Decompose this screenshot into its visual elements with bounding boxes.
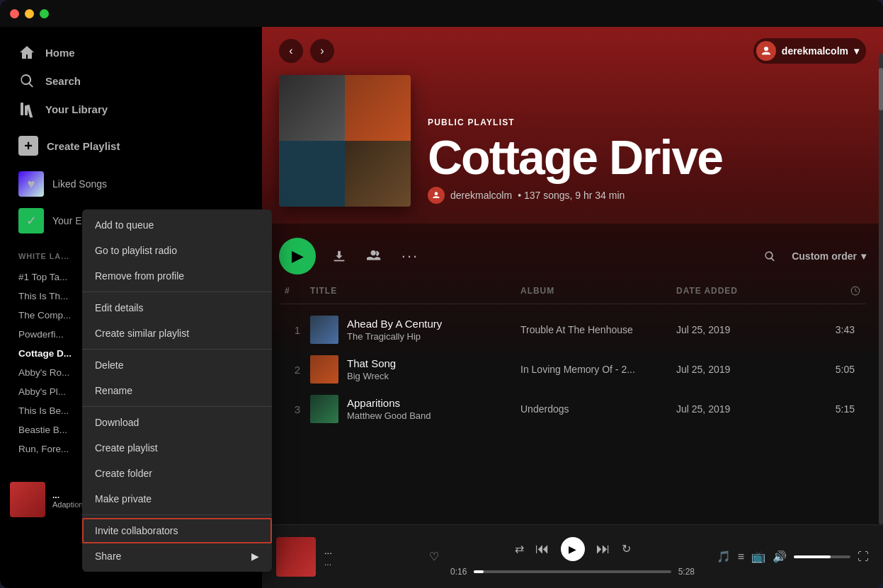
playlist-stats: • 137 songs, 9 hr 34 min bbox=[518, 190, 625, 201]
mini-album-art bbox=[10, 482, 45, 517]
forward-button[interactable]: › bbox=[310, 39, 334, 63]
track-num-3: 3 bbox=[285, 403, 310, 415]
connect-device-icon[interactable]: 📺 bbox=[751, 550, 765, 563]
more-options-button[interactable]: ··· bbox=[398, 244, 422, 268]
library-label: Your Library bbox=[45, 103, 108, 115]
library-item-liked[interactable]: ♥ Liked Songs bbox=[8, 166, 253, 202]
lyrics-icon[interactable]: 🎵 bbox=[717, 550, 731, 563]
nav-arrows: ‹ › bbox=[279, 39, 334, 63]
sidebar-item-search[interactable]: Search bbox=[8, 67, 253, 95]
art-cell-2 bbox=[345, 75, 411, 141]
volume-bar[interactable] bbox=[794, 555, 850, 558]
playlist-info: PUBLIC PLAYLIST Cottage Drive derekmalco… bbox=[428, 117, 722, 207]
art-cell-1 bbox=[279, 75, 345, 141]
create-playlist-label: Create Playlist bbox=[47, 140, 120, 152]
menu-divider-1 bbox=[82, 292, 272, 292]
table-row[interactable]: 3 Apparitions Matthew Good Band Underdog… bbox=[279, 389, 866, 429]
search-label: Search bbox=[45, 75, 81, 87]
home-icon bbox=[18, 44, 35, 61]
menu-item-invite-collaborators[interactable]: Invite collaborators bbox=[82, 518, 272, 543]
liked-songs-label: Liked Songs bbox=[52, 178, 107, 190]
heart-icon[interactable]: ♡ bbox=[429, 550, 439, 563]
liked-songs-icon: ♥ bbox=[18, 171, 44, 197]
sidebar-nav: Home Search Your Library bbox=[0, 27, 262, 123]
sort-chevron-icon: ▾ bbox=[861, 250, 866, 262]
library-icon bbox=[18, 100, 35, 117]
repeat-icon[interactable]: ↻ bbox=[622, 542, 631, 555]
prev-icon[interactable]: ⏮ bbox=[535, 541, 549, 557]
share-chevron-icon: ▶ bbox=[251, 550, 259, 562]
playlist-meta: derekmalcolm • 137 songs, 9 hr 34 min bbox=[428, 187, 722, 204]
table-row[interactable]: 1 Ahead By A Century The Tragically Hip … bbox=[279, 310, 866, 350]
track-name-1: Ahead By A Century bbox=[347, 318, 442, 330]
menu-divider-3 bbox=[82, 406, 272, 407]
menu-item-create-folder[interactable]: Create folder bbox=[82, 461, 272, 486]
progress-fill bbox=[474, 570, 484, 573]
sidebar-item-library[interactable]: Your Library bbox=[8, 95, 253, 123]
player-artist: ... bbox=[324, 558, 332, 567]
track-album-2: In Loving Memory Of - 2... bbox=[520, 364, 676, 375]
menu-item-download[interactable]: Download bbox=[82, 410, 272, 435]
shuffle-icon[interactable]: ⇄ bbox=[515, 542, 524, 555]
track-table-header: # TITLE ALBUM DATE ADDED bbox=[279, 286, 866, 304]
create-playlist-button[interactable]: + Create Playlist bbox=[8, 129, 253, 163]
table-row[interactable]: 2 That Song Big Wreck In Loving Memory O… bbox=[279, 350, 866, 389]
menu-item-create-similar-playlist[interactable]: Create similar playlist bbox=[82, 321, 272, 346]
progress-bar[interactable] bbox=[474, 570, 671, 573]
menu-item-add-to-queue[interactable]: Add to queue bbox=[82, 212, 272, 238]
sort-label: Custom order bbox=[792, 250, 857, 262]
menu-item-make-private[interactable]: Make private bbox=[82, 486, 272, 512]
fullscreen-icon[interactable]: ⛶ bbox=[858, 550, 869, 563]
volume-icon[interactable]: 🔊 bbox=[773, 550, 787, 563]
playlist-art bbox=[279, 75, 411, 207]
player-album-art bbox=[276, 537, 316, 577]
download-button[interactable] bbox=[327, 244, 351, 268]
track-album-3: Underdogs bbox=[520, 403, 676, 415]
menu-item-create-playlist[interactable]: Create playlist bbox=[82, 435, 272, 461]
context-menu: Add to queue Go to playlist radio Remove… bbox=[82, 209, 272, 572]
scrollbar[interactable] bbox=[879, 54, 883, 524]
player-controls: ⇄ ⏮ ▶ ⏭ ↻ bbox=[515, 537, 631, 561]
track-text-1: Ahead By A Century The Tragically Hip bbox=[347, 318, 442, 342]
player-play-button[interactable]: ▶ bbox=[561, 537, 585, 561]
search-tracks-button[interactable] bbox=[758, 244, 782, 268]
queue-icon[interactable]: ≡ bbox=[738, 550, 744, 563]
menu-item-remove-from-profile[interactable]: Remove from profile bbox=[82, 263, 272, 289]
close-button[interactable] bbox=[10, 9, 19, 18]
main-content: ‹ › derekmalcolm ▾ bbox=[262, 27, 883, 588]
menu-divider-2 bbox=[82, 349, 272, 350]
menu-item-edit-details[interactable]: Edit details bbox=[82, 295, 272, 321]
player-right: 🎵 ≡ 📺 🔊 ⛶ bbox=[706, 550, 869, 563]
track-thumb-2 bbox=[310, 355, 338, 384]
home-label: Home bbox=[45, 47, 75, 59]
sidebar: Home Search Your Library + bbox=[0, 27, 262, 588]
add-user-button[interactable] bbox=[363, 244, 387, 268]
sort-control[interactable]: Custom order ▾ bbox=[792, 250, 866, 262]
track-date-2: Jul 25, 2019 bbox=[676, 364, 804, 375]
app-window: Home Search Your Library + bbox=[0, 0, 883, 588]
next-icon[interactable]: ⏭ bbox=[596, 541, 610, 557]
svg-rect-0 bbox=[21, 103, 23, 115]
owner-avatar bbox=[428, 187, 445, 204]
menu-item-delete[interactable]: Delete bbox=[82, 352, 272, 378]
sidebar-item-home[interactable]: Home bbox=[8, 38, 253, 67]
col-album: ALBUM bbox=[520, 286, 676, 298]
player-center: ⇄ ⏮ ▶ ⏭ ↻ 0:16 5:28 bbox=[450, 537, 695, 577]
back-button[interactable]: ‹ bbox=[279, 39, 303, 63]
minimize-button[interactable] bbox=[25, 9, 34, 18]
play-button[interactable]: ▶ bbox=[279, 238, 316, 275]
right-controls: Custom order ▾ bbox=[758, 244, 866, 268]
menu-item-go-to-playlist-radio[interactable]: Go to playlist radio bbox=[82, 238, 272, 263]
user-menu[interactable]: derekmalcolm ▾ bbox=[753, 38, 866, 64]
track-name-3: Apparitions bbox=[347, 397, 431, 409]
track-text-2: That Song Big Wreck bbox=[347, 357, 396, 381]
maximize-button[interactable] bbox=[40, 9, 49, 18]
track-artist-2: Big Wreck bbox=[347, 371, 396, 381]
menu-item-rename[interactable]: Rename bbox=[82, 378, 272, 403]
track-info-1: Ahead By A Century The Tragically Hip bbox=[310, 316, 520, 344]
your-episodes-icon: ✓ bbox=[18, 208, 44, 234]
track-info-3: Apparitions Matthew Good Band bbox=[310, 395, 520, 423]
menu-item-share[interactable]: Share ▶ bbox=[82, 543, 272, 569]
app-body: Home Search Your Library + bbox=[0, 27, 883, 588]
volume-fill bbox=[794, 555, 831, 558]
